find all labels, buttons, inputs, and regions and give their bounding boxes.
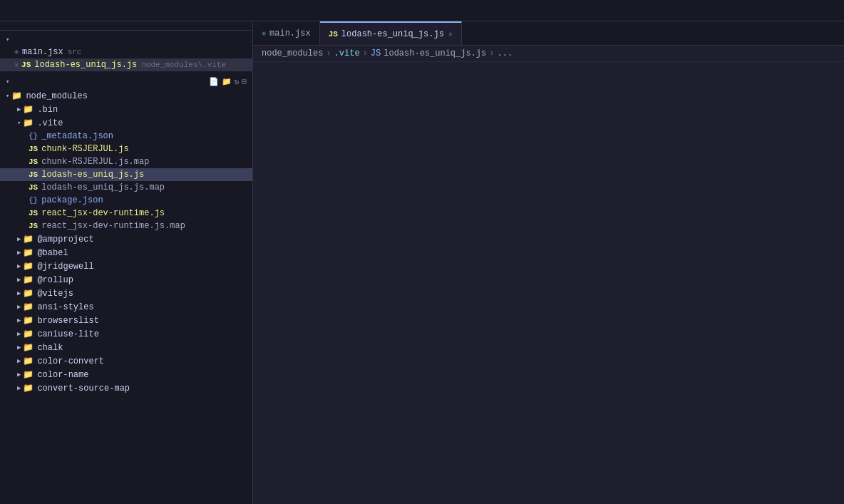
refresh-icon[interactable]: ↻ [235, 77, 240, 86]
tree-item-node-modules[interactable]: ▾ 📁 node_modules [0, 89, 252, 103]
folder-icon: 📁 [23, 329, 34, 339]
new-folder-icon[interactable]: 📁 [222, 77, 232, 86]
folder-icon: 📁 [11, 91, 22, 101]
color-convert-chevron-icon: ▶ [17, 357, 21, 365]
tree-item-chunk-js[interactable]: JS chunk-RSJERJUL.js [0, 143, 252, 155]
tree-item-package-json[interactable]: {} package.json [0, 194, 252, 207]
collapse-icon[interactable]: ⊟ [242, 77, 247, 86]
tree-item-label: color-convert [37, 356, 104, 366]
esm2-actions[interactable]: 📄 📁 ↻ ⊟ [209, 77, 247, 86]
tree-item-babel[interactable]: ▶ 📁 @babel [0, 246, 252, 259]
bin-chevron-icon: ▶ [17, 106, 21, 113]
tree-item-convert-source-map[interactable]: ▶ 📁 convert-source-map [0, 381, 252, 395]
titlebar [0, 0, 844, 21]
tree-item-label: react_jsx-dev-runtime.js [41, 208, 165, 218]
jridgewell-chevron-icon: ▶ [17, 262, 21, 270]
tab-jsx-icon: ⚛ [262, 29, 266, 38]
vitejs-chevron-icon: ▶ [17, 289, 21, 297]
tree-item-chalk[interactable]: ▶ 📁 chalk [0, 341, 252, 354]
line-numbers [253, 62, 287, 504]
tab-close-icon[interactable]: ✕ [448, 30, 453, 38]
open-file-path: src [68, 48, 82, 56]
tree-item-label: color-name [37, 370, 88, 380]
tab-lodash-label: lodash-es_uniq_js.js [341, 29, 444, 39]
js-icon: JS [29, 183, 38, 192]
tree-item-browserslist[interactable]: ▶ 📁 browserslist [0, 314, 252, 327]
folder-icon: 📁 [23, 302, 34, 312]
folder-icon: 📁 [23, 383, 34, 394]
tree-item-ampproject[interactable]: ▶ 📁 @ampproject [0, 232, 252, 246]
tree-item-label: react_jsx-dev-runtime.js.map [41, 221, 185, 231]
tree-item-label: chunk-RSJERJUL.js.map [41, 157, 149, 167]
tree-item-react-jsx[interactable]: JS react_jsx-dev-runtime.js [0, 207, 252, 220]
tree-item-bin[interactable]: ▶ 📁 .bin [0, 103, 252, 116]
tree-item-label: browserslist [37, 316, 98, 326]
open-file-lodash-path: node_modules\.vite [141, 61, 226, 69]
open-file-main-jsx[interactable]: ⚛ main.jsx src [0, 46, 252, 58]
tree-item-rollup[interactable]: ▶ 📁 @rollup [0, 273, 252, 287]
esm2-section-header[interactable]: ▾ 📄 📁 ↻ ⊟ [0, 74, 252, 89]
tree-item-color-name[interactable]: ▶ 📁 color-name [0, 368, 252, 381]
folder-icon: 📁 [23, 104, 34, 115]
open-file-lodash[interactable]: ✕ JS lodash-es_uniq_js.js node_modules\.… [0, 58, 252, 71]
tree-item-metadata[interactable]: {} _metadata.json [0, 130, 252, 143]
js-icon: JS [29, 145, 38, 153]
tree-item-label: chunk-RSJERJUL.js [41, 144, 128, 154]
vite-chevron-icon: ▾ [17, 119, 21, 127]
folder-icon: 📁 [23, 118, 34, 128]
new-file-icon[interactable]: 📄 [209, 77, 219, 86]
tree-item-color-convert[interactable]: ▶ 📁 color-convert [0, 354, 252, 368]
js-icon: JS [29, 209, 38, 217]
tree-item-jridgewell[interactable]: ▶ 📁 @jridgewell [0, 259, 252, 273]
tree-item-chunk-map[interactable]: JS chunk-RSJERJUL.js.map [0, 155, 252, 168]
open-editors-header[interactable]: ▾ [0, 34, 252, 46]
tree-item-label: chalk [37, 343, 63, 353]
code-area[interactable] [253, 62, 844, 504]
tree-item-lodash-active[interactable]: JS lodash-es_uniq_js.js [0, 168, 252, 181]
breadcrumb-ellipsis: ... [497, 48, 513, 58]
sidebar: ▾ ⚛ main.jsx src ✕ JS lodash-es_uniq_js.… [0, 21, 253, 504]
tree-item-label: .vite [37, 118, 63, 128]
tab-main-jsx[interactable]: ⚛ main.jsx [253, 21, 320, 45]
tree-item-label: .bin [37, 105, 58, 115]
code-content[interactable] [287, 62, 844, 504]
tree-item-caniuse-lite[interactable]: ▶ 📁 caniuse-lite [0, 327, 252, 341]
folder-icon: 📁 [23, 274, 34, 285]
tree-item-label: caniuse-lite [37, 329, 98, 339]
esm2-chevron-icon: ▾ [6, 78, 9, 86]
ansi-styles-chevron-icon: ▶ [17, 303, 21, 311]
tree-item-label: ansi-styles [37, 302, 93, 312]
browserslist-chevron-icon: ▶ [17, 317, 21, 324]
convert-source-map-chevron-icon: ▶ [17, 384, 21, 392]
tree-item-label: convert-source-map [37, 384, 130, 394]
close-file-icon[interactable]: ✕ [14, 61, 19, 69]
tree-item-react-jsx-map[interactable]: JS react_jsx-dev-runtime.js.map [0, 220, 252, 232]
breadcrumb-sep-1: › [326, 48, 331, 58]
folder-icon: 📁 [23, 356, 34, 366]
tree-item-label: @ampproject [37, 235, 93, 245]
node-modules-chevron-icon: ▾ [6, 92, 9, 100]
js-icon: JS [29, 222, 38, 230]
breadcrumb-vite: .vite [334, 48, 360, 58]
tree-item-vitejs[interactable]: ▶ 📁 @vitejs [0, 287, 252, 300]
sidebar-header [0, 21, 252, 31]
tree-item-label: _metadata.json [41, 131, 113, 141]
js-icon: JS [29, 158, 38, 166]
js-icon: JS [21, 61, 31, 69]
open-file-name: main.jsx [22, 47, 63, 57]
tree-item-vite[interactable]: ▾ 📁 .vite [0, 116, 252, 130]
tree-item-label: lodash-es_uniq_js.js [41, 170, 144, 180]
tree-item-label: node_modules [26, 91, 87, 101]
tree-item-ansi-styles[interactable]: ▶ 📁 ansi-styles [0, 300, 252, 314]
open-editors-chevron-icon: ▾ [6, 36, 9, 43]
folder-icon: 📁 [23, 234, 34, 245]
tab-lodash[interactable]: JS lodash-es_uniq_js.js ✕ [320, 21, 462, 45]
color-name-chevron-icon: ▶ [17, 371, 21, 379]
tab-js-icon: JS [329, 30, 338, 38]
tree-item-label: @vitejs [37, 289, 73, 299]
folder-icon: 📁 [23, 369, 34, 380]
folder-icon: 📁 [23, 261, 34, 272]
tree-item-lodash-map[interactable]: JS lodash-es_uniq_js.js.map [0, 181, 252, 194]
main-layout: ▾ ⚛ main.jsx src ✕ JS lodash-es_uniq_js.… [0, 21, 844, 504]
tab-main-jsx-label: main.jsx [269, 29, 311, 38]
